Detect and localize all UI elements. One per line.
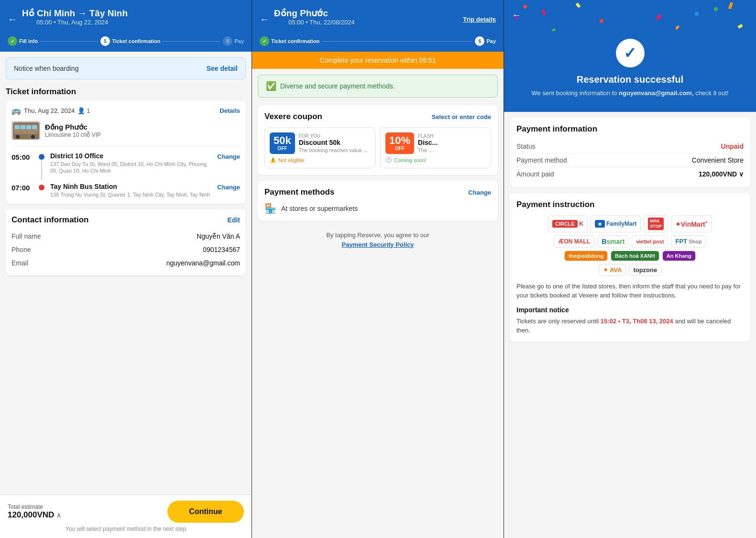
edit-link[interactable]: Edit bbox=[228, 216, 240, 224]
store-bsmart: Bsmart bbox=[597, 235, 629, 248]
coupon-status-icon-2: 🕐 bbox=[385, 157, 392, 163]
coupon-name-1: Discount 50k bbox=[299, 139, 368, 146]
step-divider-2-1 bbox=[321, 41, 473, 42]
screen-reservation-success: ← ✓ Reservation successful We sent booki… bbox=[504, 0, 756, 538]
see-detail-link[interactable]: See detail bbox=[207, 65, 238, 72]
coupon-card-1[interactable]: 50k OFF FOR YOU Discount 50k The booking… bbox=[264, 127, 375, 168]
notice-desc: Tickets are only reserved until 15:02 • … bbox=[516, 317, 744, 335]
step-pay-icon-2: 6 bbox=[475, 36, 484, 46]
continue-button[interactable]: Continue bbox=[167, 501, 244, 523]
passenger-count: 1 bbox=[87, 107, 90, 114]
screen2-route-title: Đồng Phước bbox=[274, 8, 355, 19]
back-button-3[interactable]: ← bbox=[512, 10, 521, 21]
bus-image bbox=[11, 121, 40, 140]
viettelpost-text: viettel post bbox=[636, 239, 664, 244]
svg-rect-5 bbox=[32, 125, 37, 129]
bus-details: Đồng Phước Limousine 10 chỗ VIP bbox=[45, 123, 101, 138]
coupon-card-2[interactable]: 10% OFF FLASH Disc... The ... 🕐 Comi bbox=[380, 127, 491, 168]
notice-text: Notice when boarding bbox=[14, 65, 78, 72]
step-ticket-confirm-2: ✓ Ticket confirmation bbox=[260, 36, 319, 46]
coupon-desc-2: The ... bbox=[418, 147, 438, 153]
notice-bar: Notice when boarding See detail bbox=[6, 57, 246, 79]
trip-details-link[interactable]: Trip details bbox=[463, 16, 496, 23]
circle-k-text: K bbox=[579, 220, 583, 227]
fpt-shop-text: Shop bbox=[689, 239, 702, 244]
coupon-link[interactable]: Select or enter code bbox=[432, 113, 491, 121]
screen2-datetime: 05:00 • Thu, 22/08/2024 bbox=[288, 19, 355, 26]
store-vinmart: ✦VinMart+ bbox=[671, 215, 712, 232]
svg-rect-4 bbox=[26, 125, 31, 129]
bus-name: Đồng Phước bbox=[45, 123, 101, 132]
success-desc-suffix: check it out! bbox=[694, 89, 729, 97]
vinmart-text: ✦VinMart+ bbox=[675, 220, 708, 228]
step-pay-label: Pay bbox=[234, 38, 244, 44]
step-ticket-confirm-icon: 5 bbox=[100, 36, 110, 46]
departure-stop: 05:00 District 10 Office 137 Dao Duy Tu … bbox=[11, 152, 240, 181]
screen2-header: ← Đồng Phước 05:00 • Thu, 22/08/2024 Tri… bbox=[252, 0, 504, 52]
contact-email-value: nguyenvana@gmail.com bbox=[166, 259, 240, 267]
success-title: Reservation successful bbox=[512, 74, 748, 85]
contact-name-value: Nguyễn Văn A bbox=[197, 232, 240, 240]
notice-prefix: Tickets are only reserved until bbox=[516, 318, 601, 325]
change-departure-link[interactable]: Change bbox=[217, 152, 240, 160]
coupon-title: Vexere coupon bbox=[264, 112, 322, 121]
person-icon: 👤 bbox=[77, 107, 85, 114]
arrival-time: 07:00 bbox=[11, 183, 33, 192]
secure-banner: ✅ Diverse and secure payment methods. bbox=[258, 75, 498, 98]
arrival-dot bbox=[39, 185, 44, 190]
payment-method-label-3: Payment method bbox=[516, 156, 567, 164]
change-payment-link[interactable]: Change bbox=[468, 189, 491, 196]
step-pay-2: 6 Pay bbox=[475, 36, 496, 46]
success-desc: We sent booking information to nguyenvan… bbox=[512, 89, 748, 98]
steps-bar: ✓ Fill info 5 Ticket confirmation 6 Pay bbox=[8, 33, 244, 52]
coupon-badge-2: 10% OFF bbox=[385, 132, 414, 154]
change-arrival-link[interactable]: Change bbox=[217, 183, 240, 191]
success-email: nguyenvana@gmail.com, bbox=[619, 89, 693, 97]
payment-instruction-card: Payment instruction CIRCLE K ■ FamilyMar… bbox=[510, 193, 750, 342]
contact-name-row: Full name Nguyễn Văn A bbox=[11, 230, 240, 243]
payment-info-card: Payment information Status Unpaid Paymen… bbox=[510, 118, 750, 187]
payment-status-label: Status bbox=[516, 143, 536, 150]
coupon-info-2: FLASH Disc... The ... bbox=[418, 133, 438, 153]
details-link[interactable]: Details bbox=[219, 107, 240, 114]
payment-method-row: 🏪 At stores or supermarkets bbox=[264, 203, 491, 214]
step-divider-2 bbox=[162, 41, 221, 42]
bachhoaxanh-text: Bách hoá XANH bbox=[615, 253, 655, 259]
payment-status-value: Unpaid bbox=[721, 143, 744, 150]
amount-paid-value: 120,000VND ∨ bbox=[699, 170, 744, 178]
payment-instruction-desc: Please go to one of the listed stores, t… bbox=[516, 282, 744, 300]
arrival-dot-col bbox=[38, 183, 45, 190]
bus-icon: 🚌 bbox=[11, 106, 21, 115]
circle-k-badge: CIRCLE bbox=[552, 220, 578, 228]
departure-dot-col bbox=[38, 152, 45, 181]
step-pay-icon: 6 bbox=[223, 36, 232, 46]
coupon-status-1: ⚠️ Not eligible bbox=[270, 157, 370, 163]
step-confirm-label-2: Ticket confirmation bbox=[271, 38, 319, 44]
topzone-text: topzone bbox=[633, 266, 657, 274]
amount-paid-label: Amount paid bbox=[516, 170, 554, 178]
back-button[interactable]: ← bbox=[8, 14, 17, 25]
step-pay: 6 Pay bbox=[223, 36, 244, 46]
payment-methods-header: Payment methods Change bbox=[264, 187, 491, 197]
svg-rect-2 bbox=[15, 125, 20, 129]
coupon-badge-1: 50k OFF bbox=[270, 132, 295, 154]
payment-method-text: At stores or supermarkets bbox=[281, 205, 358, 212]
total-label: Total estimate bbox=[8, 504, 61, 510]
total-price: 120,000VND bbox=[8, 510, 54, 519]
step-confirm-icon-2: ✓ bbox=[260, 36, 269, 46]
store-tgdd: thegioididong bbox=[564, 251, 608, 261]
important-notice-title: Important notice bbox=[516, 306, 744, 314]
policy-link[interactable]: Payment Security Policy bbox=[341, 241, 414, 248]
amount-paid-row: Amount paid 120,000VND ∨ bbox=[516, 167, 744, 181]
arrival-addr: 136 Trung Nu Vuong St, Quarter 1, Tay Ni… bbox=[50, 191, 212, 198]
coupon-pct-2: 10% bbox=[389, 135, 410, 146]
contact-section: Contact information Edit Full name Nguyễ… bbox=[6, 209, 246, 275]
store-familymart: ■ FamilyMart bbox=[591, 215, 641, 232]
coupon-card-2-top: 10% OFF FLASH Disc... The ... bbox=[385, 132, 486, 154]
arrival-stop: 07:00 Tay Ninh Bus Station 136 Trung Nu … bbox=[11, 183, 240, 198]
departure-name: District 10 Office bbox=[50, 152, 212, 160]
contact-phone-row: Phone 0901234567 bbox=[11, 243, 240, 256]
secure-text: Diverse and secure payment methods. bbox=[280, 82, 395, 90]
store-icon-2: 🏪 bbox=[264, 203, 276, 214]
back-button-2[interactable]: ← bbox=[260, 14, 269, 25]
